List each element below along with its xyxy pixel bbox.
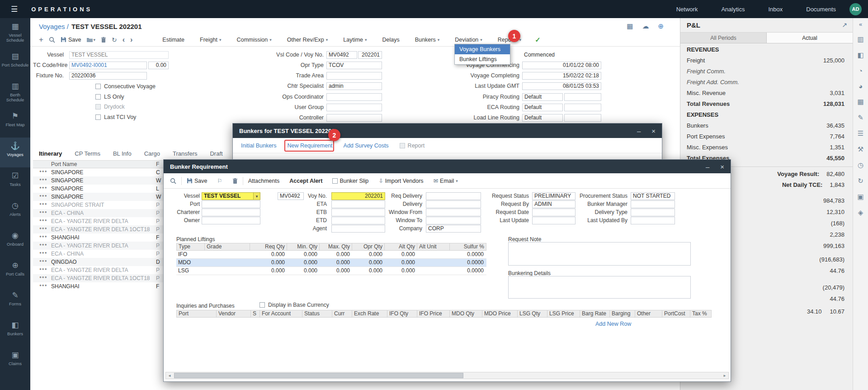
row-menu-icon[interactable]: ●●●	[39, 185, 47, 190]
window-from-field[interactable]	[426, 209, 481, 216]
last-update-gmt-field[interactable]: 08/01/25 03:53	[522, 82, 601, 90]
minimize-icon[interactable]: –	[637, 127, 641, 135]
vessel-dropdown[interactable]: TEST VESSEL▾	[202, 192, 260, 200]
pnl-tab-all-periods[interactable]: All Periods	[680, 33, 767, 43]
minimize-icon[interactable]: –	[706, 163, 709, 171]
add-new-row-link[interactable]: Add New Row	[595, 321, 631, 327]
sidebar-item-tasks[interactable]: ☑Tasks	[0, 167, 30, 197]
row-menu-icon[interactable]: ●●●	[39, 210, 47, 214]
nav-inbox[interactable]: Inbox	[768, 6, 783, 13]
request-by-field[interactable]: ADMIN	[532, 200, 576, 208]
row-menu-icon[interactable]: ●●●	[39, 177, 47, 181]
voyage-commencing-field[interactable]: 01/01/22 08:00	[522, 62, 601, 69]
tab-add-survey-costs[interactable]: Add Survey Costs	[344, 143, 389, 149]
scroll-right-icon[interactable]: ►	[721, 372, 728, 379]
bunker-slip-checkbox[interactable]: Bunker Slip	[332, 178, 368, 184]
tab-initial-bunkers[interactable]: Initial Bunkers	[241, 143, 277, 149]
planned-lifting-row[interactable]: MDO 0.000 0.000 0.000 0.000 0.000 0.0000	[176, 259, 486, 267]
sidebar-item-port-schedule[interactable]: ▤Port Schedule	[0, 48, 30, 78]
ls-only-checkbox[interactable]: LS Only	[95, 94, 124, 100]
delete-icon[interactable]	[101, 37, 106, 43]
add-button[interactable]: +	[39, 35, 43, 44]
req-delivery-field[interactable]	[426, 192, 481, 200]
expand-icon[interactable]: ↗	[842, 21, 847, 29]
sidebar-item-fleet-map[interactable]: ⚑Fleet Map	[0, 108, 30, 138]
menu-laytime[interactable]: Laytime▾	[343, 37, 367, 43]
menu-commission[interactable]: Commission▾	[236, 37, 271, 43]
refresh-widget-icon[interactable]: ↻	[858, 177, 863, 185]
tab-itinerary[interactable]: Itinerary	[39, 150, 62, 157]
breadcrumb-voyages-link[interactable]: Voyages /	[39, 23, 69, 30]
menu-other-rev-exp[interactable]: Other Rev/Exp▾	[287, 37, 328, 43]
flag-icon[interactable]: ⚐	[217, 177, 222, 184]
bunkering-details-textarea[interactable]	[508, 276, 691, 299]
cloud-icon[interactable]: ☁	[642, 22, 649, 30]
tab-cp-terms[interactable]: CP Terms	[75, 150, 100, 157]
row-menu-icon[interactable]: ●●●	[39, 259, 47, 263]
row-menu-icon[interactable]: ●●●	[39, 169, 47, 173]
fixture-field[interactable]: 20220036	[69, 72, 147, 80]
planned-lifting-row[interactable]: LSG 0.000 0.000 0.000 0.000 0.000 0.0000	[176, 267, 486, 275]
row-menu-icon[interactable]: ●●●	[39, 234, 47, 238]
report-checkbox[interactable]: Report	[400, 143, 425, 149]
menu-freight[interactable]: Freight▾	[200, 37, 221, 43]
menu-bunkers[interactable]: Bunkers▾	[415, 37, 439, 43]
tab-bl-info[interactable]: BL Info	[113, 150, 132, 157]
piracy-routing-extra-field[interactable]	[564, 93, 601, 101]
last-update-field[interactable]	[532, 217, 576, 224]
load-line-routing-extra-field[interactable]	[564, 114, 601, 122]
tc-rate-field[interactable]: 0.00	[148, 62, 169, 69]
email-button[interactable]: ✉Email▾	[434, 177, 458, 184]
menu-item-voyage-bunkers[interactable]: Voyage Bunkers	[455, 44, 510, 54]
row-menu-icon[interactable]: ●●●	[39, 283, 47, 287]
nav-network[interactable]: Network	[676, 6, 698, 13]
import-vendors-button[interactable]: ⇩Import Vendors	[378, 177, 423, 184]
opr-type-field[interactable]: TCOV	[326, 62, 382, 69]
horizontal-scrollbar[interactable]: ◄ ►	[165, 372, 729, 379]
delete-icon[interactable]	[232, 178, 238, 184]
sidebar-item-forms[interactable]: ✎Forms	[0, 287, 30, 317]
sidebar-item-alerts[interactable]: ◷Alerts	[0, 197, 30, 227]
sidebar-item-claims[interactable]: ▣Claims	[0, 347, 30, 376]
vessel-field[interactable]: TEST VESSEL	[69, 51, 169, 59]
eca-routing-extra-field[interactable]	[564, 104, 601, 111]
tab-cargo[interactable]: Cargo	[144, 150, 160, 157]
search-icon[interactable]	[170, 178, 176, 184]
drydock-checkbox[interactable]: Drydock	[95, 104, 125, 110]
nav-documents[interactable]: Documents	[806, 6, 836, 13]
save-button[interactable]: Save	[187, 178, 208, 184]
scrollbar-thumb[interactable]	[174, 373, 463, 378]
request-note-textarea[interactable]	[508, 242, 691, 266]
hamburger-menu-icon[interactable]: ☰	[11, 5, 18, 14]
list-widget-icon[interactable]: ☰	[858, 129, 863, 138]
grid-icon[interactable]: ▦	[627, 22, 633, 30]
controller-field[interactable]	[326, 114, 382, 122]
row-menu-icon[interactable]: ●●●	[39, 243, 47, 247]
window-to-field[interactable]	[426, 217, 481, 224]
voy-no-field[interactable]: 202201	[358, 51, 382, 59]
request-date-field[interactable]	[532, 209, 576, 216]
nav-analytics[interactable]: Analytics	[721, 6, 745, 13]
company-field[interactable]: CORP	[426, 225, 481, 233]
grid-widget-icon[interactable]: ▦	[857, 98, 863, 106]
menu-delays[interactable]: Delays	[382, 37, 400, 43]
pnl-tab-actual[interactable]: Actual	[767, 33, 853, 43]
piracy-routing-field[interactable]: Default	[522, 93, 563, 101]
charterer-field[interactable]	[202, 209, 260, 216]
port-field[interactable]	[202, 200, 260, 208]
save-button[interactable]: Save	[61, 37, 81, 43]
last-updated-by-field[interactable]	[631, 217, 675, 224]
last-tci-voy-checkbox[interactable]: Last TCI Voy	[95, 114, 136, 120]
vsl-code-field[interactable]: MV0492	[326, 51, 357, 59]
close-icon[interactable]: ×	[651, 127, 656, 135]
tab-draft[interactable]: Draft	[210, 150, 222, 157]
owner-field[interactable]	[202, 217, 260, 224]
delivery-field[interactable]	[426, 200, 481, 208]
scroll-left-icon[interactable]: ◄	[166, 372, 173, 379]
row-menu-icon[interactable]: ●●●	[39, 218, 47, 222]
sidebar-item-bunkers[interactable]: ◧Bunkers	[0, 317, 30, 347]
sidebar-item-port-calls[interactable]: ⊕Port Calls	[0, 257, 30, 287]
refresh-icon[interactable]: ↻	[112, 36, 117, 43]
folder-icon[interactable]: ▾	[86, 37, 95, 43]
planned-lifting-row[interactable]: IFO 0.000 0.000 0.000 0.000 0.000 0.0000	[176, 251, 486, 259]
